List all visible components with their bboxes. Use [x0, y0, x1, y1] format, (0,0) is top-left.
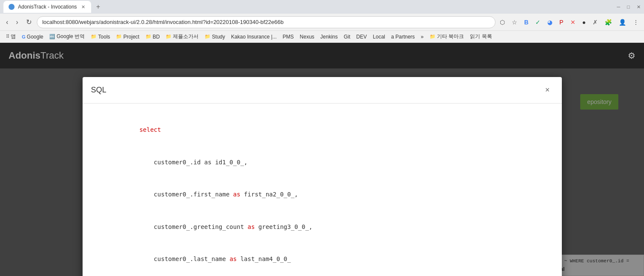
bookmark-git[interactable]: Git — [341, 33, 353, 41]
bookmark-more-label: » — [421, 34, 424, 40]
bookmark-nexus[interactable]: Nexus — [297, 33, 317, 41]
sql-line-1: select — [96, 114, 548, 146]
settings-icon[interactable]: ⚙ — [628, 50, 635, 61]
bookmark-dev[interactable]: DEV — [354, 33, 370, 41]
app-title-track: Track — [41, 50, 64, 61]
bookmark-tools-label: Tools — [98, 34, 110, 40]
sql-as-keyword-2: as — [248, 223, 255, 230]
maximize-button[interactable]: □ — [627, 4, 630, 9]
sql-line-4: customer0_.greeting_count as greeting3_0… — [96, 211, 548, 243]
bookmark-partners[interactable]: a Partners — [389, 33, 417, 41]
google-icon: G — [22, 34, 26, 39]
bookmark-pms[interactable]: PMS — [280, 33, 297, 41]
sql-line3-post: first_na2_0_0_, — [240, 191, 298, 198]
extensions-icon[interactable]: 🧩 — [603, 17, 614, 27]
bookmark-local[interactable]: Local — [370, 33, 388, 41]
bookmark-jenkins[interactable]: Jenkins — [318, 33, 341, 41]
bookmark-project[interactable]: 📁 Project — [113, 33, 142, 41]
forward-button[interactable]: › — [13, 17, 21, 28]
pdf-icon[interactable]: P — [558, 17, 565, 27]
bookmark-translate[interactable]: 🔤 Google 번역 — [47, 32, 87, 41]
bookmark-study[interactable]: 📁 Study — [202, 33, 228, 41]
bookmarks-bar: ⠿ 앱 G Google 🔤 Google 번역 📁 Tools 📁 Proje… — [0, 31, 644, 43]
bookmark-local-label: Local — [373, 34, 385, 40]
bookmark-study-label: Study — [212, 34, 225, 40]
bookmark-apps-label: 앱 — [11, 33, 16, 40]
minimize-button[interactable]: ─ — [617, 4, 620, 9]
sql-line-3: customer0_.first_name as first_na2_0_0_, — [96, 178, 548, 211]
bookmark-tools[interactable]: 📁 Tools — [88, 33, 113, 41]
profile-icon[interactable]: 👤 — [617, 17, 628, 27]
tab-close-button[interactable]: ✕ — [80, 3, 86, 11]
app-title-adonis: Adonis — [9, 50, 41, 61]
bookmark-icon[interactable]: ☆ — [510, 17, 519, 27]
new-tab-button[interactable]: + — [93, 1, 104, 12]
sql-line4-pre: customer0_.greeting_count — [139, 223, 248, 230]
close-window-button[interactable]: ✕ — [637, 4, 641, 10]
cast-icon[interactable]: ⬡ — [498, 17, 507, 27]
modal-body: select customer0_.id as id1_0_0_, custom… — [83, 104, 562, 276]
bookmark-translate-label: Google 번역 — [56, 33, 85, 40]
sql-line2-text: customer0_.id as id1_0_0_, — [139, 159, 248, 166]
app-title: AdonisTrack — [9, 50, 64, 61]
bookmark-more[interactable]: » — [418, 33, 426, 41]
apps-icon: ⠿ — [6, 34, 9, 39]
sql-line-2: customer0_.id as id1_0_0_, — [96, 146, 548, 179]
refresh-button[interactable]: ↻ — [24, 16, 34, 28]
sql-line5-post: last_nam4_0_0_ — [237, 255, 291, 262]
x-icon[interactable]: ✕ — [569, 17, 577, 27]
bookmark-jeplso-label: 제플소가서 — [173, 33, 199, 40]
bookmark-google[interactable]: G Google — [19, 33, 46, 41]
tab-favicon — [9, 4, 15, 10]
vpn-icon[interactable]: ◕ — [546, 17, 554, 27]
bookmark-apps[interactable]: ⠿ 앱 — [3, 32, 18, 41]
bookmark-project-label: Project — [123, 34, 139, 40]
record-icon[interactable]: ● — [581, 17, 588, 27]
sql-line-5: customer0_.last_name as last_nam4_0_0_ — [96, 243, 548, 276]
bookmark-bd-label: BD — [153, 34, 160, 40]
sql-line3-pre: customer0_.first_name — [139, 191, 233, 198]
tools-folder-icon: 📁 — [91, 34, 97, 39]
bookmark-kakao[interactable]: Kakao Insurance |... — [229, 33, 279, 41]
tab-title: AdonisTrack - Invocations — [18, 4, 77, 10]
study-folder-icon: 📁 — [205, 34, 211, 39]
bookmark-other-label: 기타 북마크 — [437, 33, 464, 40]
project-folder-icon: 📁 — [116, 34, 122, 39]
sql-as-keyword-3: as — [229, 255, 237, 262]
bookmark-pms-label: PMS — [283, 34, 294, 40]
browser-tab[interactable]: AdonisTrack - Invocations ✕ — [3, 1, 91, 13]
sql-modal: SQL × select customer0_.id as id1_0_0_, … — [83, 77, 562, 276]
modal-close-button[interactable]: × — [542, 84, 553, 96]
app-header: AdonisTrack ⚙ — [0, 43, 644, 68]
modal-backdrop: SQL × select customer0_.id as id1_0_0_, … — [0, 68, 644, 276]
url-input[interactable] — [37, 16, 496, 28]
bookmark-jeplso[interactable]: 📁 제플소가서 — [163, 32, 201, 41]
window-controls: ─ □ ✕ — [617, 4, 641, 10]
other-folder-icon: 📁 — [430, 34, 436, 39]
check-icon[interactable]: ✓ — [534, 17, 542, 27]
sql-line4-post: greeting3_0_0_, — [255, 223, 312, 230]
sql-select-keyword: select — [139, 126, 161, 133]
bookmark-reading-label: 읽기 목록 — [470, 33, 492, 40]
bookmark-bd[interactable]: 📁 BD — [143, 33, 163, 41]
modal-header: SQL × — [83, 77, 562, 104]
bookmark-google-label: Google — [27, 34, 44, 40]
bookmark-nexus-label: Nexus — [300, 34, 315, 40]
title-bar: AdonisTrack - Invocations ✕ + ─ □ ✕ — [0, 0, 644, 14]
bookmark-git-label: Git — [344, 34, 350, 40]
bookmark-reading[interactable]: 읽기 목록 — [467, 32, 494, 41]
bd-folder-icon: 📁 — [145, 34, 151, 39]
x2-icon[interactable]: ✗ — [591, 17, 599, 27]
sql-line5-pre: customer0_.last_name — [139, 255, 230, 262]
menu-icon[interactable]: ⋮ — [631, 17, 641, 27]
modal-title: SQL — [91, 86, 107, 95]
toolbar-icons: ⬡ ☆ B ✓ ◕ P ✕ ● ✗ 🧩 👤 ⋮ — [498, 17, 641, 27]
jeplso-folder-icon: 📁 — [166, 34, 172, 39]
translate-icon[interactable]: B — [522, 17, 530, 27]
back-button[interactable]: ‹ — [3, 17, 11, 28]
bookmark-dev-label: DEV — [356, 34, 367, 40]
bookmark-kakao-label: Kakao Insurance |... — [231, 34, 277, 40]
bookmark-jenkins-label: Jenkins — [321, 34, 338, 40]
bookmark-other[interactable]: 📁 기타 북마크 — [427, 32, 466, 41]
translate-bm-icon: 🔤 — [49, 34, 55, 39]
